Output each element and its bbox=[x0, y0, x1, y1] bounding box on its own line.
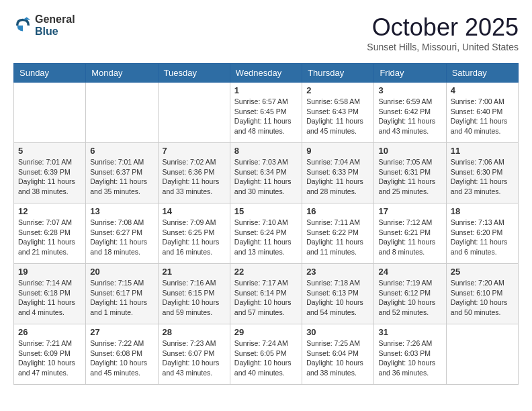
calendar-cell: 12Sunrise: 7:07 AM Sunset: 6:28 PM Dayli… bbox=[14, 203, 86, 264]
weekday-header-row: SundayMondayTuesdayWednesdayThursdayFrid… bbox=[14, 64, 519, 83]
day-info: Sunrise: 7:15 AM Sunset: 6:17 PM Dayligh… bbox=[90, 278, 153, 318]
calendar-row: 19Sunrise: 7:14 AM Sunset: 6:18 PM Dayli… bbox=[14, 264, 519, 324]
day-info: Sunrise: 7:05 AM Sunset: 6:31 PM Dayligh… bbox=[378, 157, 441, 197]
day-info: Sunrise: 7:18 AM Sunset: 6:13 PM Dayligh… bbox=[306, 278, 369, 318]
day-number: 1 bbox=[234, 85, 298, 95]
day-info: Sunrise: 7:04 AM Sunset: 6:33 PM Dayligh… bbox=[306, 157, 369, 197]
day-info: Sunrise: 7:02 AM Sunset: 6:36 PM Dayligh… bbox=[163, 157, 226, 197]
day-info: Sunrise: 6:58 AM Sunset: 6:43 PM Dayligh… bbox=[306, 97, 369, 136]
day-number: 12 bbox=[18, 206, 81, 216]
calendar-body: 1Sunrise: 6:57 AM Sunset: 6:45 PM Daylig… bbox=[14, 83, 519, 385]
day-number: 15 bbox=[234, 206, 298, 216]
weekday-header-wednesday: Wednesday bbox=[230, 64, 302, 83]
day-info: Sunrise: 7:11 AM Sunset: 6:22 PM Dayligh… bbox=[306, 218, 369, 257]
day-number: 20 bbox=[90, 267, 153, 277]
calendar-cell: 28Sunrise: 7:23 AM Sunset: 6:07 PM Dayli… bbox=[158, 324, 230, 385]
calendar-cell: 24Sunrise: 7:19 AM Sunset: 6:12 PM Dayli… bbox=[374, 264, 446, 324]
day-info: Sunrise: 7:14 AM Sunset: 6:18 PM Dayligh… bbox=[18, 278, 81, 318]
day-info: Sunrise: 7:19 AM Sunset: 6:12 PM Dayligh… bbox=[378, 278, 441, 318]
title-block: October 2025 Sunset Hills, Missouri, Uni… bbox=[367, 13, 519, 52]
calendar-cell: 29Sunrise: 7:24 AM Sunset: 6:05 PM Dayli… bbox=[230, 324, 302, 385]
logo-blue-text: Blue bbox=[35, 26, 75, 38]
day-number: 18 bbox=[451, 206, 514, 216]
day-number: 30 bbox=[306, 327, 369, 337]
day-number: 5 bbox=[18, 146, 81, 156]
calendar-cell: 19Sunrise: 7:14 AM Sunset: 6:18 PM Dayli… bbox=[14, 264, 86, 324]
logo: General Blue bbox=[13, 13, 75, 37]
day-number: 4 bbox=[451, 85, 514, 95]
calendar-cell: 23Sunrise: 7:18 AM Sunset: 6:13 PM Dayli… bbox=[302, 264, 374, 324]
day-number: 17 bbox=[378, 206, 441, 216]
calendar-cell: 30Sunrise: 7:25 AM Sunset: 6:04 PM Dayli… bbox=[302, 324, 374, 385]
calendar-cell: 2Sunrise: 6:58 AM Sunset: 6:43 PM Daylig… bbox=[302, 83, 374, 143]
day-info: Sunrise: 7:17 AM Sunset: 6:14 PM Dayligh… bbox=[234, 278, 298, 318]
day-number: 8 bbox=[234, 146, 298, 156]
day-number: 7 bbox=[163, 146, 226, 156]
calendar-header: SundayMondayTuesdayWednesdayThursdayFrid… bbox=[14, 64, 519, 83]
calendar-cell: 6Sunrise: 7:01 AM Sunset: 6:37 PM Daylig… bbox=[86, 143, 158, 203]
calendar-cell: 25Sunrise: 7:20 AM Sunset: 6:10 PM Dayli… bbox=[446, 264, 518, 324]
day-number: 10 bbox=[378, 146, 441, 156]
day-number: 3 bbox=[378, 85, 441, 95]
calendar-cell: 8Sunrise: 7:03 AM Sunset: 6:34 PM Daylig… bbox=[230, 143, 302, 203]
page-header: General Blue October 2025 Sunset Hills, … bbox=[13, 13, 519, 52]
day-number: 24 bbox=[378, 267, 441, 277]
calendar-cell: 21Sunrise: 7:16 AM Sunset: 6:15 PM Dayli… bbox=[158, 264, 230, 324]
weekday-header-thursday: Thursday bbox=[302, 64, 374, 83]
day-info: Sunrise: 7:24 AM Sunset: 6:05 PM Dayligh… bbox=[234, 338, 298, 378]
calendar-row: 12Sunrise: 7:07 AM Sunset: 6:28 PM Dayli… bbox=[14, 203, 519, 264]
day-info: Sunrise: 7:10 AM Sunset: 6:24 PM Dayligh… bbox=[234, 218, 298, 257]
calendar-table: SundayMondayTuesdayWednesdayThursdayFrid… bbox=[13, 63, 519, 385]
calendar-cell: 1Sunrise: 6:57 AM Sunset: 6:45 PM Daylig… bbox=[230, 83, 302, 143]
month-title: October 2025 bbox=[367, 13, 519, 42]
calendar-cell: 7Sunrise: 7:02 AM Sunset: 6:36 PM Daylig… bbox=[158, 143, 230, 203]
day-number: 28 bbox=[163, 327, 226, 337]
calendar-cell: 10Sunrise: 7:05 AM Sunset: 6:31 PM Dayli… bbox=[374, 143, 446, 203]
day-info: Sunrise: 7:20 AM Sunset: 6:10 PM Dayligh… bbox=[451, 278, 514, 318]
calendar-cell: 3Sunrise: 6:59 AM Sunset: 6:42 PM Daylig… bbox=[374, 83, 446, 143]
day-number: 25 bbox=[451, 267, 514, 277]
calendar-cell: 18Sunrise: 7:13 AM Sunset: 6:20 PM Dayli… bbox=[446, 203, 518, 264]
day-info: Sunrise: 7:01 AM Sunset: 6:37 PM Dayligh… bbox=[90, 157, 153, 197]
day-info: Sunrise: 7:00 AM Sunset: 6:40 PM Dayligh… bbox=[451, 97, 514, 136]
calendar-cell bbox=[14, 83, 86, 143]
day-info: Sunrise: 7:26 AM Sunset: 6:03 PM Dayligh… bbox=[378, 338, 441, 378]
calendar-cell: 31Sunrise: 7:26 AM Sunset: 6:03 PM Dayli… bbox=[374, 324, 446, 385]
day-number: 11 bbox=[451, 146, 514, 156]
day-info: Sunrise: 7:08 AM Sunset: 6:27 PM Dayligh… bbox=[90, 218, 153, 257]
calendar-cell bbox=[158, 83, 230, 143]
day-number: 6 bbox=[90, 146, 153, 156]
calendar-cell: 20Sunrise: 7:15 AM Sunset: 6:17 PM Dayli… bbox=[86, 264, 158, 324]
calendar-cell: 27Sunrise: 7:22 AM Sunset: 6:08 PM Dayli… bbox=[86, 324, 158, 385]
calendar-cell: 14Sunrise: 7:09 AM Sunset: 6:25 PM Dayli… bbox=[158, 203, 230, 264]
calendar-cell: 13Sunrise: 7:08 AM Sunset: 6:27 PM Dayli… bbox=[86, 203, 158, 264]
calendar-cell: 16Sunrise: 7:11 AM Sunset: 6:22 PM Dayli… bbox=[302, 203, 374, 264]
calendar-cell: 26Sunrise: 7:21 AM Sunset: 6:09 PM Dayli… bbox=[14, 324, 86, 385]
calendar-cell bbox=[86, 83, 158, 143]
logo-general-text: General bbox=[35, 13, 75, 26]
weekday-header-sunday: Sunday bbox=[14, 64, 86, 83]
day-info: Sunrise: 7:22 AM Sunset: 6:08 PM Dayligh… bbox=[90, 338, 153, 378]
calendar-cell: 11Sunrise: 7:06 AM Sunset: 6:30 PM Dayli… bbox=[446, 143, 518, 203]
day-info: Sunrise: 7:06 AM Sunset: 6:30 PM Dayligh… bbox=[451, 157, 514, 197]
day-number: 21 bbox=[163, 267, 226, 277]
logo-icon bbox=[13, 16, 32, 35]
day-info: Sunrise: 7:16 AM Sunset: 6:15 PM Dayligh… bbox=[163, 278, 226, 318]
day-number: 22 bbox=[234, 267, 298, 277]
day-info: Sunrise: 7:09 AM Sunset: 6:25 PM Dayligh… bbox=[163, 218, 226, 257]
day-number: 31 bbox=[378, 327, 441, 337]
day-info: Sunrise: 7:12 AM Sunset: 6:21 PM Dayligh… bbox=[378, 218, 441, 257]
location-text: Sunset Hills, Missouri, United States bbox=[367, 42, 519, 52]
day-info: Sunrise: 7:23 AM Sunset: 6:07 PM Dayligh… bbox=[163, 338, 226, 378]
day-number: 29 bbox=[234, 327, 298, 337]
day-number: 16 bbox=[306, 206, 369, 216]
day-info: Sunrise: 7:25 AM Sunset: 6:04 PM Dayligh… bbox=[306, 338, 369, 378]
calendar-cell: 17Sunrise: 7:12 AM Sunset: 6:21 PM Dayli… bbox=[374, 203, 446, 264]
calendar-row: 1Sunrise: 6:57 AM Sunset: 6:45 PM Daylig… bbox=[14, 83, 519, 143]
day-info: Sunrise: 7:03 AM Sunset: 6:34 PM Dayligh… bbox=[234, 157, 298, 197]
day-info: Sunrise: 7:01 AM Sunset: 6:39 PM Dayligh… bbox=[18, 157, 81, 197]
calendar-cell: 9Sunrise: 7:04 AM Sunset: 6:33 PM Daylig… bbox=[302, 143, 374, 203]
day-info: Sunrise: 6:57 AM Sunset: 6:45 PM Dayligh… bbox=[234, 97, 298, 136]
weekday-header-friday: Friday bbox=[374, 64, 446, 83]
weekday-header-saturday: Saturday bbox=[446, 64, 518, 83]
